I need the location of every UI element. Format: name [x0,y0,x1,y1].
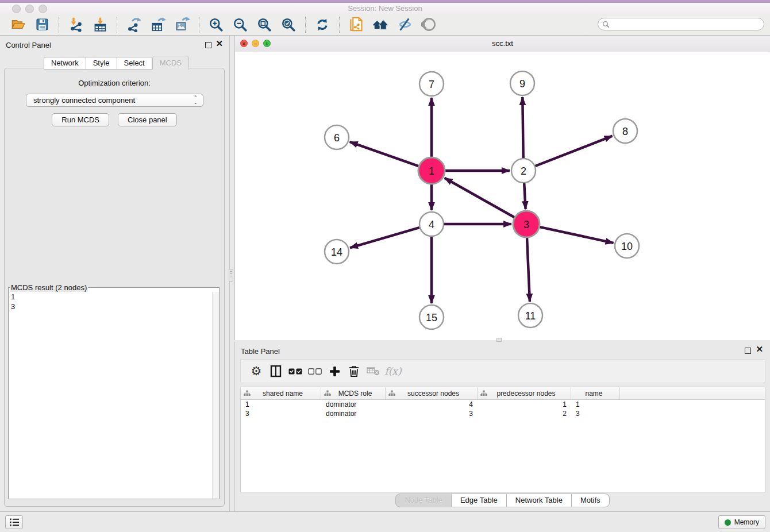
node-table: shared name MCDS role successor nodes pr… [240,387,765,492]
open-session-icon[interactable] [9,16,26,33]
table-row[interactable]: 1 dominator 4 1 1 [241,400,765,409]
add-column-icon[interactable] [325,363,344,380]
graph-node-label: 4 [429,219,434,230]
graph-edge[interactable] [540,227,613,243]
search-input[interactable] [613,20,764,29]
graph-node-label: 15 [426,312,437,323]
tab-style[interactable]: Style [86,57,117,70]
close-panel-icon[interactable]: ✕ [215,38,223,49]
show-all-icon[interactable] [420,16,437,33]
mcds-panel: Optimization criterion: strongly connect… [4,68,225,507]
graph-edge[interactable] [350,228,419,248]
toolbar-separator [199,17,199,33]
tab-network[interactable]: Network [44,57,86,70]
tab-select[interactable]: Select [117,57,152,70]
export-table-icon[interactable] [149,16,167,33]
control-panel-title: Control Panel [6,41,51,49]
toolbar-search [598,18,764,30]
attribute-tree-icon [324,390,331,396]
zoom-out-icon[interactable] [232,16,249,33]
delete-table-icon[interactable] [364,363,383,380]
network-window-title: scc.txt [235,39,770,48]
horizontal-splitter-grip[interactable] [496,338,502,342]
control-panel-tabs: Network Style Select MCDS [44,56,189,70]
criterion-dropdown[interactable]: strongly connected component ⌃⌄ [26,94,203,107]
tab-motifs[interactable]: Motifs [572,494,610,507]
toolbar-separator [117,17,117,33]
search-icon [602,21,610,28]
graph-edge[interactable] [350,142,419,166]
graph-node-label: 7 [429,79,434,90]
column-header-name[interactable]: name [571,387,620,399]
close-table-panel-icon[interactable]: ✕ [756,344,763,354]
result-scrollbar[interactable] [212,292,219,499]
dropdown-stepper-icon: ⌃⌄ [193,95,198,105]
show-column-icon[interactable] [266,363,286,380]
tab-edge-table[interactable]: Edge Table [452,494,507,507]
attribute-tree-icon [388,390,395,396]
task-history-button[interactable] [5,515,23,529]
delete-column-icon[interactable] [344,363,364,380]
table-settings-icon[interactable]: ⚙ [247,363,266,380]
mcds-result-box[interactable]: MCDS result (2 nodes) 1 3 [8,283,220,499]
float-panel-icon[interactable] [205,42,211,48]
toolbar-separator [59,17,59,33]
tab-network-table[interactable]: Network Table [507,494,572,507]
refresh-view-icon[interactable] [314,16,331,33]
close-panel-button[interactable]: Close panel [118,113,177,126]
graph-node-label: 14 [331,246,342,258]
tab-mcds[interactable]: MCDS [152,56,189,70]
status-bar: Memory [0,511,770,532]
function-builder-icon[interactable]: f(x) [383,363,403,380]
list-icon [9,518,20,527]
graph-node-label: 2 [521,165,526,177]
network-window-titlebar[interactable]: × − + scc.txt [235,36,770,52]
table-type-tabs: Node Table Edge Table Network Table Moti… [235,494,770,507]
column-header-mcds-role[interactable]: MCDS role [321,387,386,399]
graph-edge[interactable] [527,238,530,302]
select-all-columns-icon[interactable] [286,363,305,380]
network-view-window: × − + scc.txt 7968124314101511 [234,36,770,340]
graph-node-label: 11 [525,310,536,322]
zoom-fit-icon[interactable] [256,16,273,33]
control-panel: Control Panel ✕ Network Style Select MCD… [0,36,230,511]
attribute-tree-icon [480,390,487,396]
column-header-predecessor-nodes[interactable]: predecessor nodes [478,387,571,399]
new-network-from-selection-icon[interactable] [348,16,365,33]
graph-edge[interactable] [445,178,514,217]
graph-edge[interactable] [522,97,523,158]
import-network-icon[interactable] [67,16,84,33]
main-toolbar [0,14,770,36]
zoom-selected-icon[interactable] [280,16,297,33]
hide-selected-icon[interactable] [396,16,413,33]
save-session-icon[interactable] [33,16,51,33]
graph-node-label: 3 [523,219,529,230]
vertical-splitter-grip[interactable] [229,269,233,282]
table-panel-title: Table Panel [241,347,280,356]
table-row[interactable]: 3 dominator 3 2 3 [241,409,765,418]
column-header-successor-nodes[interactable]: successor nodes [386,387,478,399]
tab-node-table[interactable]: Node Table [395,494,452,507]
import-table-icon[interactable] [91,16,109,33]
unselect-all-columns-icon[interactable] [305,363,325,380]
attribute-tree-icon [244,390,251,396]
graph-node-label: 8 [622,126,628,137]
export-network-icon[interactable] [125,16,143,33]
memory-button[interactable]: Memory [718,515,765,529]
first-neighbors-icon[interactable] [372,16,389,33]
float-table-panel-icon[interactable] [745,348,751,354]
zoom-in-icon[interactable] [207,16,225,33]
graph-edge[interactable] [524,183,525,209]
network-graph[interactable]: 7968124314101511 [235,52,770,340]
app-titlebar: Session: New Session [0,3,770,14]
column-header-shared-name[interactable]: shared name [241,387,321,399]
graph-node-label: 6 [334,132,340,144]
toolbar-separator [339,17,340,33]
export-image-icon[interactable] [174,16,191,33]
run-mcds-button[interactable]: Run MCDS [52,113,109,126]
graph-edge[interactable] [535,136,612,166]
criterion-value: strongly connected component [33,96,135,105]
graph-node-label: 10 [621,241,633,252]
network-canvas[interactable]: 7968124314101511 [235,52,770,340]
table-toolbar: ⚙ f(x) [240,359,765,383]
